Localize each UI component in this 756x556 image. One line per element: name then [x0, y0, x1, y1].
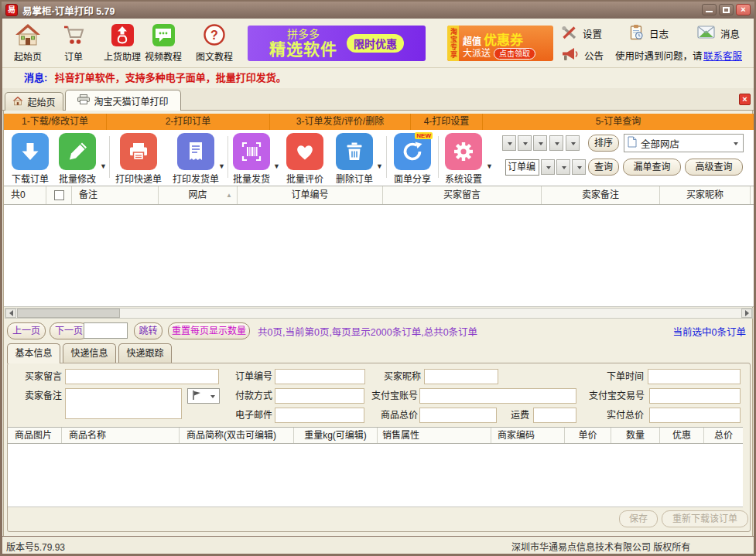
tab-close-button[interactable]: × [739, 94, 751, 105]
pcol-discount: 优惠 [660, 428, 704, 443]
tab-express-info[interactable]: 快递信息 [63, 343, 116, 363]
help-hint: 使用时遇到问题，请 [615, 46, 703, 63]
filter-select-2[interactable] [518, 135, 532, 151]
order-time-label: 下单时间 [602, 369, 644, 384]
page-number-input[interactable] [84, 322, 128, 339]
pagination-stats: 共0页,当前第0页,每页显示2000条订单,总共0条订单 [258, 324, 477, 339]
col-buyer-nick[interactable]: 买家昵称 [660, 186, 751, 204]
flag-select[interactable] [187, 388, 220, 404]
nav-video-tutorial[interactable]: 视频教程 [141, 20, 186, 67]
advanced-query-button[interactable]: 高级查询 [685, 159, 743, 176]
col-memo[interactable]: 备注 [72, 186, 159, 204]
orders-table-body[interactable] [4, 205, 754, 307]
order-no-field[interactable] [275, 369, 365, 384]
scrollbar-thumb[interactable] [17, 309, 120, 318]
filter-select-3[interactable] [533, 135, 547, 151]
settings-entry[interactable]: 设置 [561, 25, 602, 42]
notice-label: 公告 [584, 48, 604, 63]
batch-ship-button[interactable]: 批量发货 [230, 131, 273, 185]
filter-select-1[interactable] [502, 135, 516, 151]
shipping-fee-field[interactable] [533, 408, 576, 423]
order-time-field[interactable] [648, 369, 741, 384]
chevron-down-icon [555, 142, 559, 145]
filter-select-4[interactable] [549, 135, 563, 151]
waybill-share-label: 面单分享 [391, 172, 434, 185]
buyer-message-field[interactable] [65, 369, 219, 384]
alipay-trade-no-field[interactable] [649, 388, 741, 404]
product-table-body[interactable] [8, 444, 743, 507]
seller-memo-field[interactable] [65, 388, 182, 419]
contact-support[interactable]: 联系客服 [703, 46, 742, 63]
paid-total-field[interactable] [649, 408, 741, 423]
maximize-icon [723, 7, 730, 13]
buyer-nick-field[interactable] [424, 369, 498, 384]
batch-edit-button[interactable]: 批量修改 [56, 131, 99, 185]
order-field-select[interactable]: 订单编 [505, 159, 539, 176]
goods-total-field[interactable] [419, 408, 497, 423]
taobao-coupon-banner[interactable]: 淘宝专享 超值 优惠券 大派送 点击领取 [447, 26, 553, 61]
tab-express-tracking[interactable]: 快递跟踪 [118, 343, 172, 363]
taobao-banner-badge[interactable]: 点击领取 [494, 48, 535, 60]
batch-ship-dropdown-arrow[interactable]: ▼ [273, 162, 280, 170]
log-entry[interactable]: 日志 [629, 25, 669, 42]
delete-orders-dropdown-arrow[interactable]: ▼ [376, 162, 383, 170]
tab-home[interactable]: 起始页 [5, 92, 63, 111]
close-button[interactable]: × [736, 4, 751, 15]
nav-guide[interactable]: ? 图文教程 [192, 20, 237, 67]
nav-listing-assistant[interactable]: 上货助理 [100, 20, 145, 67]
query-button[interactable]: 查询 [588, 159, 619, 176]
main-area: 1-下载/修改订单 2-打印订单 3-订单发货/评价/删除 4-打印设置 5-订… [3, 111, 753, 536]
waybill-share-button[interactable]: NEW 面单分享 [391, 131, 434, 185]
col-buyer-message[interactable]: 买家留言 [383, 186, 542, 204]
select-all-checkbox[interactable] [54, 190, 64, 200]
tab-order-print[interactable]: 淘宝天猫订单打印 [65, 90, 181, 111]
scroll-left-button[interactable] [5, 309, 16, 318]
print-invoice-button[interactable]: 打印发货单 [171, 131, 221, 185]
minimize-button[interactable] [702, 4, 717, 15]
col-select-all[interactable] [46, 186, 72, 204]
system-settings-button[interactable]: 系统设置 [442, 131, 485, 185]
system-settings-dropdown-arrow[interactable]: ▼ [486, 162, 493, 170]
col-shop[interactable]: 网店▲ [159, 186, 238, 204]
filter-select-8[interactable] [572, 159, 586, 175]
shop-select[interactable]: 全部网店 [624, 134, 744, 152]
nav-home[interactable]: 起始页 [5, 20, 50, 67]
missed-order-query-button[interactable]: 漏单查询 [623, 159, 681, 176]
pdd-promo-banner[interactable]: 拼多多 精选软件 限时优惠 [248, 26, 426, 61]
alipay-account-field[interactable] [419, 388, 576, 404]
reset-page-size-button[interactable]: 重置每页显示数量 [168, 322, 250, 339]
col-seller-memo[interactable]: 卖家备注 [542, 186, 660, 204]
print-waybill-button[interactable]: 打印快递单 [114, 131, 163, 185]
delete-orders-button[interactable]: 删除订单 [333, 131, 376, 185]
jump-button[interactable]: 跳转 [134, 322, 162, 339]
tab-basic-info[interactable]: 基本信息 [7, 343, 60, 363]
notice-entry[interactable]: 公告 [561, 46, 604, 63]
chevron-down-icon [508, 142, 512, 145]
prev-page-button[interactable]: 上一页 [7, 322, 46, 339]
scroll-right-button[interactable] [741, 309, 752, 318]
pay-method-field[interactable] [275, 388, 364, 404]
shop-select-value: 全部网店 [641, 136, 679, 151]
arrow-right-icon [745, 310, 749, 316]
print-invoice-dropdown-arrow[interactable]: ▼ [218, 162, 225, 170]
contact-support-link[interactable]: 联系客服 [703, 48, 742, 63]
batch-ship-label: 批量发货 [230, 172, 273, 185]
trash-icon [336, 133, 373, 170]
maximize-button[interactable] [719, 4, 734, 15]
download-orders-button[interactable]: 下载订单 [9, 131, 52, 185]
batch-rate-button[interactable]: 批量评价 [283, 131, 327, 185]
col-order-no[interactable]: 订单编号 [238, 186, 383, 204]
save-button[interactable]: 保存 [619, 510, 658, 527]
filter-select-5[interactable] [566, 135, 580, 151]
filter-select-6[interactable] [541, 159, 555, 175]
nav-orders[interactable]: 订单 [51, 20, 96, 67]
redownload-order-button[interactable]: 重新下载该订单 [662, 510, 748, 527]
filter-select-7[interactable] [556, 159, 570, 175]
email-field[interactable] [275, 408, 364, 423]
batch-edit-dropdown-arrow[interactable]: ▼ [100, 162, 107, 170]
messages-entry[interactable]: 消息 [697, 25, 740, 42]
next-page-button[interactable]: 下一页 [50, 322, 88, 339]
orders-hscrollbar[interactable] [5, 308, 753, 319]
sort-button[interactable]: 排序 [588, 135, 619, 152]
toolbar-separator [438, 136, 439, 178]
